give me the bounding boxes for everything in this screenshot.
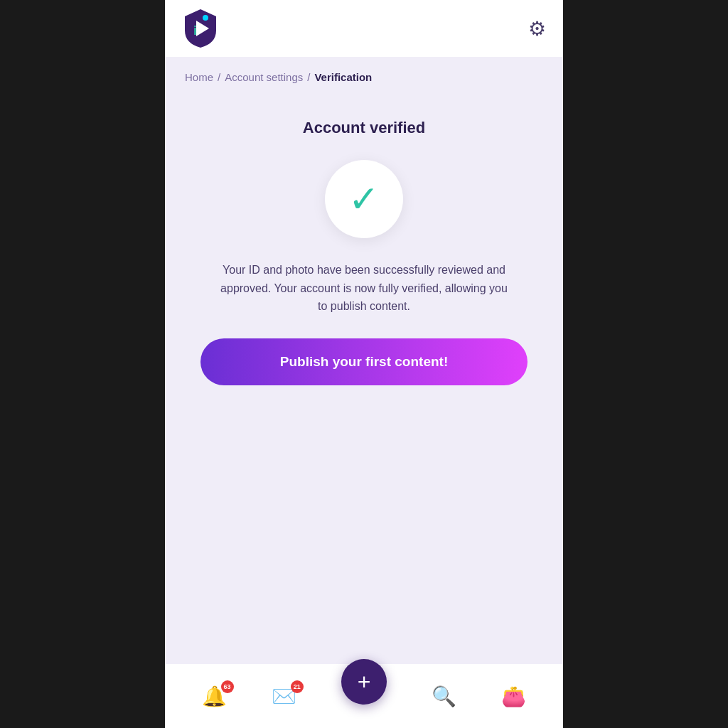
wallet-icon: 👛: [501, 685, 526, 708]
breadcrumb: Home / Account settings / Verification: [165, 57, 563, 90]
nav-notifications[interactable]: 🔔 63: [202, 685, 227, 708]
verified-prefix: Account: [303, 119, 370, 136]
bottom-nav: 🔔 63 ✉️ 21 + 🔍 👛: [165, 664, 563, 728]
svg-text:i: i: [193, 23, 197, 38]
notifications-badge: 63: [221, 680, 234, 693]
main-content: Account verified ✓ Your ID and photo hav…: [165, 90, 563, 400]
breadcrumb-account-settings[interactable]: Account settings: [225, 71, 303, 83]
publish-button[interactable]: Publish your first content!: [200, 338, 528, 385]
nav-wallet[interactable]: 👛: [501, 685, 526, 708]
checkmark-icon: ✓: [348, 181, 380, 218]
checkmark-circle: ✓: [325, 160, 403, 238]
add-button[interactable]: +: [341, 659, 387, 705]
breadcrumb-sep-1: /: [218, 71, 220, 83]
breadcrumb-home[interactable]: Home: [185, 71, 213, 83]
messages-badge: 21: [291, 680, 304, 693]
svg-point-2: [203, 15, 208, 21]
nav-messages[interactable]: ✉️ 21: [272, 685, 296, 708]
breadcrumb-sep-2: /: [307, 71, 310, 83]
plus-icon: +: [358, 670, 371, 693]
breadcrumb-verification: Verification: [314, 71, 372, 83]
phone-frame: i ⚙ Home / Account settings / Verificati…: [165, 0, 563, 728]
logo-container: i: [182, 8, 219, 49]
verified-bold: verified: [370, 119, 425, 136]
verified-description: Your ID and photo have been successfully…: [215, 261, 513, 316]
gear-icon: ⚙: [528, 18, 546, 40]
search-icon: 🔍: [432, 685, 456, 708]
app-logo: i: [182, 8, 219, 49]
content-spacer: [165, 400, 563, 664]
nav-search[interactable]: 🔍: [432, 685, 456, 708]
verified-title: Account verified: [303, 119, 425, 137]
header: i ⚙: [165, 0, 563, 57]
settings-button[interactable]: ⚙: [528, 17, 546, 41]
